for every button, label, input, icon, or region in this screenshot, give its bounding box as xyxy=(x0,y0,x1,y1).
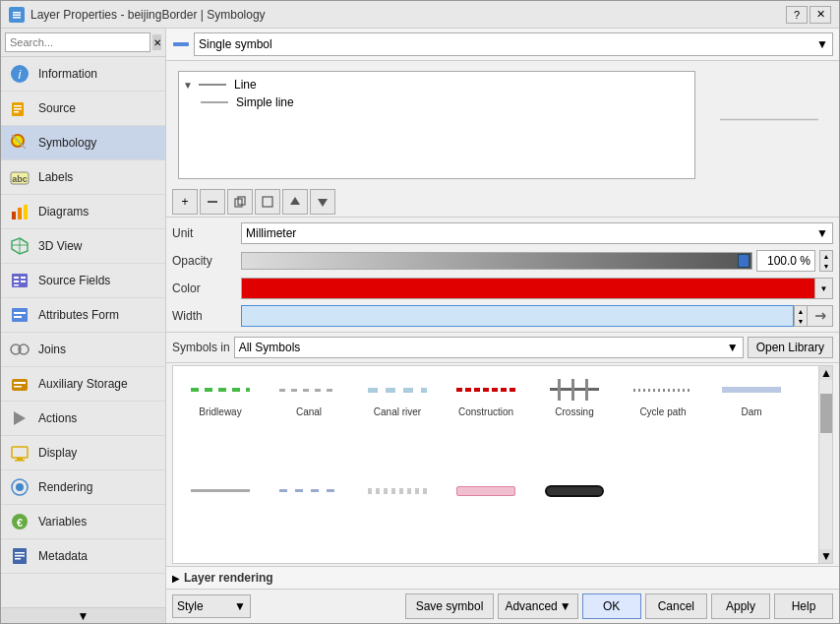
symbol-preview-row2-4 xyxy=(447,476,525,506)
sidebar-item-diagrams[interactable]: Diagrams xyxy=(1,195,165,229)
opacity-down[interactable]: ▼ xyxy=(820,261,832,271)
sidebar-item-3dview[interactable]: 3D View xyxy=(1,229,165,264)
lock-button[interactable] xyxy=(255,189,280,215)
sourcefields-icon xyxy=(9,270,30,291)
ok-button[interactable]: OK xyxy=(582,593,641,619)
sidebar-item-labels-label: Labels xyxy=(38,170,73,184)
width-up[interactable]: ▲ xyxy=(795,306,807,316)
sidebar-scroll-down[interactable]: ▼ xyxy=(1,607,165,623)
remove-button[interactable] xyxy=(200,189,225,215)
symbol-cell-crossing[interactable]: Crossing xyxy=(531,370,618,469)
unit-label: Unit xyxy=(172,226,241,240)
symbol-grid-wrapper: Bridleway Canal Canal river xyxy=(172,365,833,564)
opacity-slider[interactable] xyxy=(241,252,752,270)
attrform-icon xyxy=(9,304,30,326)
color-swatch[interactable] xyxy=(241,278,815,299)
width-input[interactable]: 0.26000 xyxy=(241,305,794,327)
sidebar-item-auxiliary-storage[interactable]: Auxiliary Storage xyxy=(1,367,165,402)
sidebar-item-labels[interactable]: abc Labels xyxy=(1,160,165,195)
advanced-label: Advanced xyxy=(505,599,557,613)
style-dropdown[interactable]: Style ▼ xyxy=(172,594,251,618)
window-icon xyxy=(9,7,25,23)
scroll-thumb[interactable] xyxy=(820,394,832,433)
svg-text:abc: abc xyxy=(12,174,28,184)
symbol-grid: Bridleway Canal Canal river xyxy=(173,366,832,563)
window-controls: ? ✕ xyxy=(786,6,831,24)
symbol-cell-row2-1[interactable] xyxy=(177,471,264,560)
sidebar-item-joins[interactable]: Joins xyxy=(1,333,165,367)
cancel-button[interactable]: Cancel xyxy=(645,593,707,619)
symbol-label-cycle-path: Cycle path xyxy=(639,406,686,417)
sidebar-item-display-label: Display xyxy=(38,446,77,460)
svg-rect-28 xyxy=(14,312,26,314)
layer-rendering-bar[interactable]: ▶ Layer rendering xyxy=(166,566,839,589)
opacity-row: Opacity 100.0 % ▲ ▼ xyxy=(172,249,833,273)
tree-arrow-line: ▼ xyxy=(183,80,195,91)
symbol-cell-row2-3[interactable] xyxy=(354,471,441,560)
duplicate-button[interactable] xyxy=(227,189,253,215)
symbol-cell-canal-river[interactable]: Canal river xyxy=(354,370,441,469)
advanced-button[interactable]: Advanced ▼ xyxy=(498,593,577,619)
sidebar-item-variables[interactable]: € Variables xyxy=(1,505,165,539)
symbol-cell-cycle-path[interactable]: Cycle path xyxy=(620,370,706,469)
scroll-down-button[interactable]: ▼ xyxy=(819,549,833,563)
symbols-in-row: Symbols in All Symbols ▼ Open Library xyxy=(166,333,839,363)
sidebar-item-actions-label: Actions xyxy=(38,411,77,425)
tree-label-line: Line xyxy=(234,78,257,92)
tree-item-line[interactable]: ▼ Line xyxy=(183,76,690,94)
symbol-cell-row2-4[interactable] xyxy=(443,471,529,560)
symbol-cell-construction[interactable]: Construction xyxy=(443,370,529,469)
sidebar-item-display[interactable]: Display xyxy=(1,436,165,470)
sidebar-item-source[interactable]: Source xyxy=(1,92,165,126)
info-icon: i xyxy=(9,63,30,85)
tree-item-simple-line[interactable]: Simple line xyxy=(183,94,690,111)
apply-button[interactable]: Apply xyxy=(711,593,770,619)
svg-rect-22 xyxy=(14,277,19,279)
width-spinbox[interactable]: ▲ ▼ xyxy=(794,305,808,327)
symbol-preview-row2-2 xyxy=(270,476,348,506)
symbol-cell-dam[interactable]: Dam xyxy=(708,370,795,469)
help-button[interactable]: Help xyxy=(774,593,833,619)
opacity-up[interactable]: ▲ xyxy=(820,251,832,261)
unit-dropdown[interactable]: Millimeter ▼ xyxy=(241,222,833,244)
move-up-button[interactable] xyxy=(282,189,308,215)
color-row: Color ▼ xyxy=(172,277,833,300)
width-down[interactable]: ▼ xyxy=(795,316,807,326)
open-library-button[interactable]: Open Library xyxy=(748,337,833,358)
symbol-cell-bridleway[interactable]: Bridleway xyxy=(177,370,264,469)
svg-rect-1 xyxy=(13,12,21,14)
move-down-button[interactable] xyxy=(310,189,335,215)
scroll-up-button[interactable]: ▲ xyxy=(819,366,833,380)
sidebar-item-information-label: Information xyxy=(38,67,97,81)
save-symbol-button[interactable]: Save symbol xyxy=(405,593,495,619)
symbol-cell-canal[interactable]: Canal xyxy=(266,370,352,469)
sidebar-item-metadata[interactable]: Metadata xyxy=(1,539,165,574)
svg-rect-38 xyxy=(15,460,25,462)
joins-icon xyxy=(9,339,30,360)
sidebar-item-rendering[interactable]: Rendering xyxy=(1,470,165,505)
advanced-arrow: ▼ xyxy=(560,599,571,613)
width-unit-button[interactable] xyxy=(808,305,833,327)
symbol-grid-scrollbar[interactable]: ▲ ▼ xyxy=(818,366,832,563)
sidebar-item-information[interactable]: i Information xyxy=(1,57,165,92)
sidebar-item-actions[interactable]: Actions xyxy=(1,402,165,436)
opacity-spinbox[interactable]: ▲ ▼ xyxy=(819,250,833,272)
close-button[interactable]: ✕ xyxy=(810,6,831,24)
symbol-cell-row2-5[interactable] xyxy=(531,471,618,560)
svg-rect-29 xyxy=(14,316,22,318)
add-button[interactable]: + xyxy=(172,189,198,215)
sidebar-item-attributes-form[interactable]: Attributes Form xyxy=(1,298,165,333)
sidebar-search-input[interactable] xyxy=(5,32,150,52)
sidebar-search-clear-button[interactable]: ✕ xyxy=(152,34,161,50)
sidebar-item-symbology[interactable]: Symbology xyxy=(1,126,165,160)
color-dropdown-button[interactable]: ▼ xyxy=(815,278,833,299)
help-button[interactable]: ? xyxy=(786,6,808,24)
symbols-in-dropdown[interactable]: All Symbols ▼ xyxy=(234,337,744,358)
svg-text:€: € xyxy=(17,517,23,529)
main-window: Layer Properties - beijingBorder | Symbo… xyxy=(0,0,840,624)
sidebar-item-joins-label: Joins xyxy=(38,343,66,356)
symbol-type-bar: Single symbol ▼ xyxy=(166,29,839,61)
symbol-type-dropdown[interactable]: Single symbol ▼ xyxy=(194,32,833,56)
symbol-cell-row2-2[interactable] xyxy=(266,471,352,560)
sidebar-item-source-fields[interactable]: Source Fields xyxy=(1,264,165,298)
